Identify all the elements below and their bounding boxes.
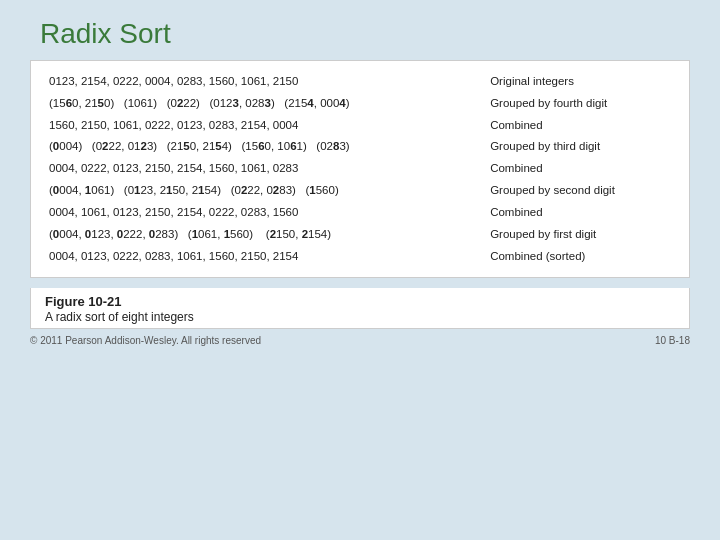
label-cell: Combined: [470, 158, 675, 180]
table-row: 1560, 2150, 1061, 0222, 0123, 0283, 2154…: [45, 115, 675, 137]
copyright: © 2011 Pearson Addison-Wesley. All right…: [30, 335, 261, 346]
table-row: (0004) (0222, 0123) (2150, 2154) (1560, …: [45, 136, 675, 158]
figure-subtitle: A radix sort of eight integers: [45, 310, 675, 324]
label-cell: Combined (sorted): [470, 246, 675, 268]
table-row: 0004, 1061, 0123, 2150, 2154, 0222, 0283…: [45, 202, 675, 224]
figure-box: Figure 10-21 A radix sort of eight integ…: [30, 288, 690, 329]
footer: © 2011 Pearson Addison-Wesley. All right…: [30, 335, 690, 346]
table-row: (1560, 2150) (1061) (0222) (0123, 0283) …: [45, 93, 675, 115]
page-title: Radix Sort: [0, 0, 720, 60]
data-cell: 1560, 2150, 1061, 0222, 0123, 0283, 2154…: [45, 115, 470, 137]
table-row: 0004, 0222, 0123, 2150, 2154, 1560, 1061…: [45, 158, 675, 180]
data-cell: 0004, 1061, 0123, 2150, 2154, 0222, 0283…: [45, 202, 470, 224]
table-row: (0004, 0123, 0222, 0283) (1061, 1560) (2…: [45, 224, 675, 246]
table-row: 0004, 0123, 0222, 0283, 1061, 1560, 2150…: [45, 246, 675, 268]
data-cell: 0004, 0222, 0123, 2150, 2154, 1560, 1061…: [45, 158, 470, 180]
label-cell: Grouped by first digit: [470, 224, 675, 246]
label-cell: Original integers: [470, 71, 675, 93]
data-cell: (0004) (0222, 0123) (2150, 2154) (1560, …: [45, 136, 470, 158]
data-cell: 0123, 2154, 0222, 0004, 0283, 1560, 1061…: [45, 71, 470, 93]
data-cell: (0004, 1061) (0123, 2150, 2154) (0222, 0…: [45, 180, 470, 202]
table-row: (0004, 1061) (0123, 2150, 2154) (0222, 0…: [45, 180, 675, 202]
label-cell: Grouped by fourth digit: [470, 93, 675, 115]
label-cell: Combined: [470, 202, 675, 224]
data-table: 0123, 2154, 0222, 0004, 0283, 1560, 1061…: [45, 71, 675, 267]
data-cell: 0004, 0123, 0222, 0283, 1061, 1560, 2150…: [45, 246, 470, 268]
label-cell: Grouped by third digit: [470, 136, 675, 158]
label-cell: Grouped by second digit: [470, 180, 675, 202]
data-cell: (0004, 0123, 0222, 0283) (1061, 1560) (2…: [45, 224, 470, 246]
table-row: 0123, 2154, 0222, 0004, 0283, 1560, 1061…: [45, 71, 675, 93]
figure-title: Figure 10-21: [45, 294, 675, 309]
slide-number: 10 B-18: [655, 335, 690, 346]
data-cell: (1560, 2150) (1061) (0222) (0123, 0283) …: [45, 93, 470, 115]
content-area: 0123, 2154, 0222, 0004, 0283, 1560, 1061…: [30, 60, 690, 278]
label-cell: Combined: [470, 115, 675, 137]
